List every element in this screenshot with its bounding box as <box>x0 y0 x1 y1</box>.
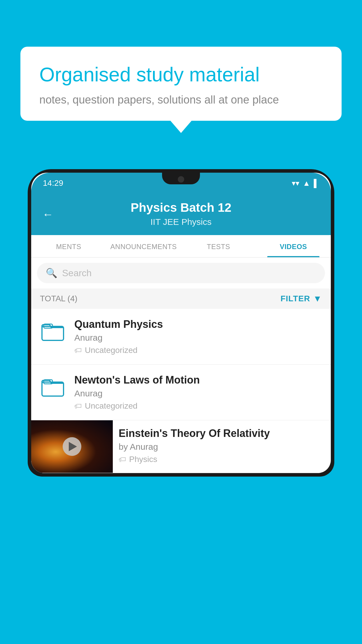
bubble-title: Organised study material <box>39 63 323 87</box>
item-tag: 🏷 Uncategorized <box>74 401 322 411</box>
phone-screen: 14:29 ▾▾ ▲ ▌ ← Physics Batch 12 IIT JEE … <box>31 173 331 473</box>
item-title: Einstein's Theory Of Relativity <box>119 427 325 440</box>
filter-icon: ▼ <box>313 294 322 304</box>
tag-label: Physics <box>129 455 157 464</box>
item-content: Newton's Laws of Motion Anurag 🏷 Uncateg… <box>74 374 322 411</box>
search-bar[interactable]: 🔍 Search <box>37 263 325 283</box>
item-tag: 🏷 Uncategorized <box>74 346 322 355</box>
filter-label: FILTER <box>280 294 310 303</box>
item-title: Newton's Laws of Motion <box>74 374 322 386</box>
search-container: 🔍 Search <box>31 258 331 288</box>
tag-label: Uncategorized <box>85 401 138 411</box>
item-content: Einstein's Theory Of Relativity by Anura… <box>113 420 331 471</box>
list-item[interactable]: Quantum Physics Anurag 🏷 Uncategorized <box>31 309 331 365</box>
battery-icon: ▌ <box>314 179 319 188</box>
item-title: Quantum Physics <box>74 318 322 330</box>
tab-ments[interactable]: MENTS <box>31 235 106 257</box>
item-icon-wrap <box>40 318 66 344</box>
list-item[interactable]: Newton's Laws of Motion Anurag 🏷 Uncateg… <box>31 365 331 420</box>
list-item-thumb[interactable]: Einstein's Theory Of Relativity by Anura… <box>31 420 331 473</box>
phone-mockup: 14:29 ▾▾ ▲ ▌ ← Physics Batch 12 IIT JEE … <box>28 169 334 644</box>
item-tag: 🏷 Physics <box>119 455 325 464</box>
phone-outer: 14:29 ▾▾ ▲ ▌ ← Physics Batch 12 IIT JEE … <box>28 169 334 477</box>
item-icon-wrap <box>40 374 66 400</box>
play-icon <box>69 442 77 451</box>
app-header: ← Physics Batch 12 IIT JEE Physics <box>31 194 331 235</box>
status-bar: 14:29 ▾▾ ▲ ▌ <box>31 173 331 194</box>
back-button[interactable]: ← <box>42 208 53 221</box>
speech-bubble: Organised study material notes, question… <box>20 47 342 121</box>
filter-row: TOTAL (4) FILTER ▼ <box>31 288 331 309</box>
item-content: Quantum Physics Anurag 🏷 Uncategorized <box>74 318 322 355</box>
header-tags: IIT JEE Physics <box>43 217 319 227</box>
video-list: Quantum Physics Anurag 🏷 Uncategorized <box>31 309 331 473</box>
tab-announcements[interactable]: ANNOUNCEMENTS <box>106 235 181 257</box>
tab-tests[interactable]: TESTS <box>181 235 256 257</box>
tag-icon: 🏷 <box>74 402 82 411</box>
tag-icon: 🏷 <box>119 455 126 464</box>
tag-label: Uncategorized <box>85 346 138 355</box>
status-time: 14:29 <box>43 178 63 188</box>
folder-icon <box>41 321 65 342</box>
folder-icon <box>41 377 65 397</box>
item-author: Anurag <box>74 388 322 398</box>
tag-icon: 🏷 <box>74 346 82 355</box>
header-title: Physics Batch 12 <box>43 201 319 215</box>
bubble-subtitle: notes, question papers, solutions all at… <box>39 94 323 106</box>
camera-dot <box>178 176 184 183</box>
total-count: TOTAL (4) <box>40 294 78 303</box>
item-author: by Anurag <box>119 442 325 452</box>
video-thumbnail <box>31 420 113 473</box>
tab-videos[interactable]: VIDEOS <box>256 235 331 257</box>
phone-notch <box>162 173 200 184</box>
wifi-icon: ▾▾ <box>292 179 299 188</box>
item-author: Anurag <box>74 333 322 343</box>
filter-button[interactable]: FILTER ▼ <box>280 294 322 304</box>
search-icon: 🔍 <box>46 267 57 279</box>
status-icons: ▾▾ ▲ ▌ <box>292 179 319 188</box>
search-input[interactable]: Search <box>62 268 92 279</box>
tab-bar: MENTS ANNOUNCEMENTS TESTS VIDEOS <box>31 235 331 258</box>
play-button[interactable] <box>63 437 81 456</box>
signal-icon: ▲ <box>303 179 310 188</box>
